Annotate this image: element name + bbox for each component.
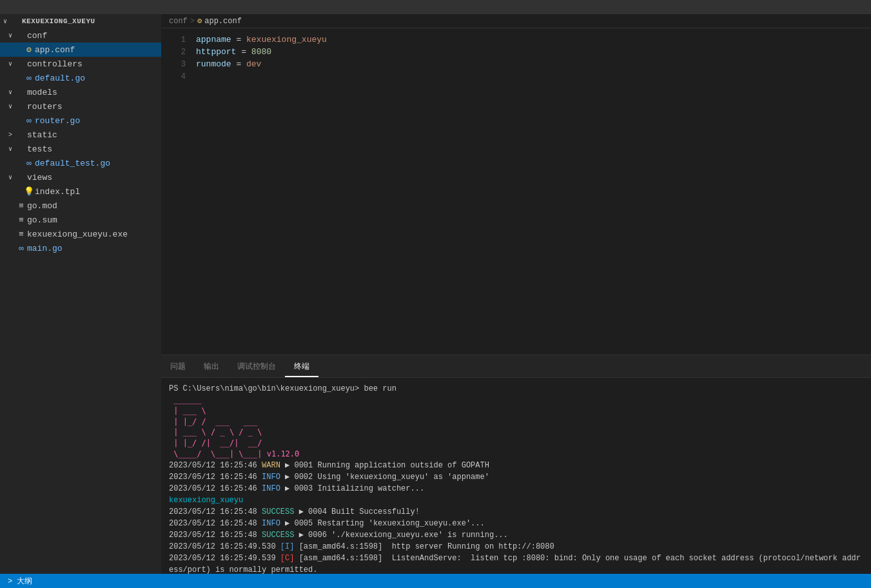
panel-tab-terminal[interactable]: 终端 (285, 357, 318, 377)
file-icon: ∞ (23, 74, 35, 83)
folder-arrow: > (5, 132, 15, 139)
log-msg: ▶ 0002 Using 'kexuexiong_xueyu' as 'appn… (280, 473, 489, 482)
sidebar-item-label: app.conf (35, 45, 161, 55)
sidebar-item-label: routers (27, 102, 161, 112)
log-msg: ▶ 0001 Running application outside of GO… (280, 461, 489, 470)
sidebar-item-app.conf[interactable]: ⚙app.conf (0, 43, 161, 57)
sidebar-item-label: controllers (27, 59, 161, 69)
code-line: 1appname = kexuexiong_xueyu (161, 34, 871, 46)
sidebar-item-kexuexiong_xueyu.exe[interactable]: ≡kexuexiong_xueyu.exe (0, 227, 161, 241)
log-level: INFO (262, 473, 280, 482)
title-bar (0, 0, 871, 14)
sidebar-item-controllers[interactable]: ∨controllers (0, 57, 161, 71)
terminal-prompt: PS C:\Users\nima\go\bin\kexuexiong_xueyu… (169, 384, 359, 393)
terminal-command: bee run (359, 384, 396, 393)
sidebar-item-main.go[interactable]: ∞main.go (0, 241, 161, 255)
sidebar-item-label: conf (27, 31, 161, 41)
log-time: 2023/05/12 16:25:48 (169, 507, 262, 516)
log-time: 2023/05/12 16:25:46 (169, 484, 262, 493)
log-time: 2023/05/12 16:25:46 (169, 461, 262, 470)
log-level: SUCCESS (262, 531, 294, 540)
bottom-panel: 问题输出调试控制台终端 PS C:\Users\nima\go\bin\kexu… (161, 355, 871, 574)
code-line: 2httpport = 8080 (161, 46, 871, 58)
terminal-log-line: 2023/05/12 16:25:48 SUCCESS ▶ 0006 './ke… (169, 529, 863, 541)
terminal-log-line: 2023/05/12 16:25:48 INFO ▶ 0005 Restarti… (169, 518, 863, 529)
editor: 1appname = kexuexiong_xueyu2httpport = 8… (161, 28, 871, 355)
panel-tabs: 问题输出调试控制台终端 (161, 355, 871, 378)
sidebar-item-tests[interactable]: ∨tests (0, 142, 161, 156)
line-number: 1 (166, 35, 186, 44)
terminal-prompt-line: PS C:\Users\nima\go\bin\kexuexiong_xueyu… (169, 383, 863, 395)
folder-arrow: ∨ (5, 145, 15, 153)
panel-tab-problems[interactable]: 问题 (161, 357, 195, 377)
sidebar-item-conf[interactable]: ∨conf (0, 28, 161, 43)
panel-tab-output[interactable]: 输出 (195, 357, 228, 377)
sidebar-item-label: main.go (27, 244, 161, 253)
log-time: 2023/05/12 16:25:46 (169, 473, 262, 482)
sidebar-item-views[interactable]: ∨views (0, 170, 161, 184)
log-time: 2023/05/12 16:25:49.530 (169, 542, 280, 551)
file-icon: ≡ (15, 230, 27, 239)
sidebar-item-routers[interactable]: ∨routers (0, 99, 161, 113)
sidebar-item-label: models (27, 88, 161, 97)
sidebar-item-label: default_test.go (35, 159, 161, 168)
terminal-log-line: 2023/05/12 16:25:46 WARN ▶ 0001 Running … (169, 460, 863, 471)
sidebar-item-static[interactable]: >static (0, 128, 161, 142)
log-level: INFO (262, 484, 280, 493)
log-time: 2023/05/12 16:25:48 (169, 531, 262, 540)
terminal-log-line: 2023/05/12 16:25:48 SUCCESS ▶ 0004 Built… (169, 506, 863, 518)
line-number: 2 (166, 48, 186, 57)
file-icon: ∞ (15, 244, 27, 253)
code-line: 3runmode = dev (161, 58, 871, 70)
log-msg: ▶ 0006 './kexuexiong_xueyu.exe' is runni… (294, 531, 507, 540)
folder-arrow: ∨ (5, 60, 15, 68)
log-level: INFO (262, 519, 280, 528)
sidebar-item-go.mod[interactable]: ≡go.mod (0, 199, 161, 213)
terminal-log-line: 2023/05/12 16:25:49.539 [C] [asm_amd64.s… (169, 553, 863, 574)
main-layout: ∨KEXUEXIONG_XUEYU∨conf⚙app.conf∨controll… (0, 14, 871, 574)
sidebar-item-label: tests (27, 144, 161, 154)
sidebar-item-go.sum[interactable]: ≡go.sum (0, 213, 161, 227)
log-time: 2023/05/12 16:25:48 (169, 519, 262, 528)
content-area: conf > ⚙ app.conf 1appname = kexuexiong_… (161, 14, 871, 574)
code-content: appname = kexuexiong_xueyu (196, 35, 327, 44)
folder-arrow: ∨ (0, 17, 10, 25)
sidebar-item-default_test.go[interactable]: ∞default_test.go (0, 156, 161, 170)
status-bar: > 大纲 (0, 574, 871, 588)
code-content: httpport = 8080 (196, 47, 271, 57)
line-number: 3 (166, 60, 186, 69)
log-level: [I] (280, 542, 295, 551)
sidebar-item-label: KEXUEXIONG_XUEYU (22, 17, 161, 25)
sidebar-item-label: default.go (35, 74, 161, 83)
gear-icon: ⚙ (197, 16, 202, 26)
code-content: runmode = dev (196, 59, 261, 69)
sidebar-item-label: router.go (35, 116, 161, 126)
breadcrumb: conf > ⚙ app.conf (161, 14, 871, 28)
file-icon: ⚙ (23, 44, 35, 55)
log-msg: ▶ 0004 Built Successfully! (294, 507, 419, 516)
sidebar-item-router.go[interactable]: ∞router.go (0, 113, 161, 128)
log-msg: ▶ 0005 Restarting 'kexuexiong_xueyu.exe'… (280, 519, 485, 528)
sidebar-item-root[interactable]: ∨KEXUEXIONG_XUEYU (0, 14, 161, 28)
sidebar-item-label: go.mod (27, 201, 161, 211)
panel-tab-debug[interactable]: 调试控制台 (228, 357, 285, 377)
terminal-log-line: 2023/05/12 16:25:46 INFO ▶ 0002 Using 'k… (169, 471, 863, 483)
file-icon: 💡 (23, 186, 35, 197)
file-icon: ∞ (23, 116, 35, 126)
sidebar-item-default.go[interactable]: ∞default.go (0, 71, 161, 85)
file-icon: ≡ (15, 201, 27, 211)
sidebar-item-index.tpl[interactable]: 💡index.tpl (0, 184, 161, 199)
sidebar-item-label: kexuexiong_xueyu.exe (27, 230, 161, 239)
log-level: [C] (280, 554, 295, 563)
sidebar-item-label: go.sum (27, 215, 161, 225)
terminal-log-line: kexuexiong_xueyu (169, 495, 863, 506)
sidebar-item-models[interactable]: ∨models (0, 85, 161, 99)
line-number: 4 (166, 72, 186, 81)
log-level: SUCCESS (262, 507, 294, 516)
folder-arrow: ∨ (5, 173, 15, 181)
status-bar-text: > 大纲 (8, 576, 32, 587)
log-msg: [asm_amd64.s:1598] http server Running o… (294, 542, 554, 551)
sidebar-item-label: static (27, 130, 161, 140)
folder-arrow: ∨ (5, 88, 15, 96)
terminal[interactable]: PS C:\Users\nima\go\bin\kexuexiong_xueyu… (161, 378, 871, 574)
